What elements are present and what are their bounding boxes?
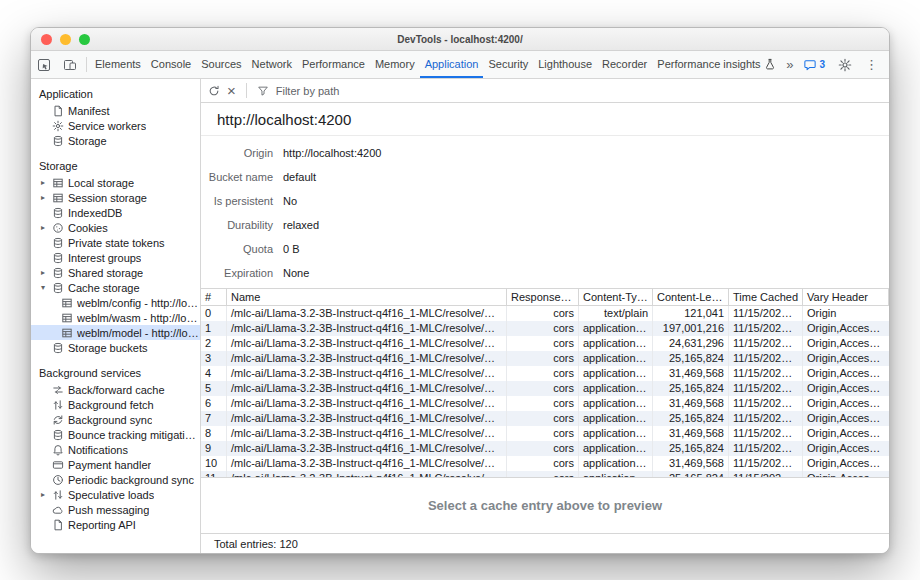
table-row[interactable]: 2/mlc-ai/Llama-3.2-3B-Instruct-q4f16_1-M… [201, 336, 889, 351]
sidebar-item-storage-buckets[interactable]: Storage buckets [31, 340, 200, 355]
sidebar-item-back-forward-cache[interactable]: Back/forward cache [31, 382, 200, 397]
sidebar-item-periodic-background-sync[interactable]: Periodic background sync [31, 472, 200, 487]
sidebar-item-session-storage[interactable]: ▸Session storage [31, 190, 200, 205]
sidebar-item-cache-storage[interactable]: ▾Cache storage [31, 280, 200, 295]
sidebar-item-label: weblm/wasm - http://loca… [77, 312, 200, 324]
cell-vary-header: Origin,Access… [803, 336, 889, 351]
sidebar-item-private-state-tokens[interactable]: Private state tokens [31, 235, 200, 250]
sidebar-item-weblm-model-http-loc[interactable]: weblm/model - http://loc… [31, 325, 200, 340]
cell-vary-header: Origin,Access… [803, 441, 889, 456]
cell-vary-header: Origin,Access… [803, 321, 889, 336]
column-header-response-type[interactable]: Response-Type [507, 289, 579, 305]
sidebar-item-storage[interactable]: Storage [31, 133, 200, 148]
column-header-index[interactable]: # [201, 289, 227, 305]
sidebar-item-local-storage[interactable]: ▸Local storage [31, 175, 200, 190]
metadata-value: relaxed [283, 219, 319, 231]
refresh-icon[interactable] [208, 85, 220, 97]
clear-icon[interactable]: × [227, 83, 236, 98]
sidebar-item-bounce-tracking-mitigations[interactable]: Bounce tracking mitigations [31, 427, 200, 442]
sidebar-item-notifications[interactable]: Notifications [31, 442, 200, 457]
cell-index: 3 [201, 351, 227, 366]
metadata-value: None [283, 267, 309, 279]
sidebar-item-label: Cookies [68, 222, 108, 234]
chevron-right-icon[interactable]: ▸ [38, 223, 48, 232]
table-row[interactable]: 7/mlc-ai/Llama-3.2-3B-Instruct-q4f16_1-M… [201, 411, 889, 426]
total-entries-text: Total entries: 120 [214, 538, 298, 550]
table-row[interactable]: 9/mlc-ai/Llama-3.2-3B-Instruct-q4f16_1-M… [201, 441, 889, 456]
tab-sources[interactable]: Sources [196, 51, 246, 78]
sidebar-item-label: Push messaging [68, 504, 149, 516]
filter-by-path-input[interactable] [276, 85, 426, 97]
chevron-right-icon[interactable]: ▸ [38, 490, 48, 499]
sidebar-item-weblm-wasm-http-loca[interactable]: weblm/wasm - http://loca… [31, 310, 200, 325]
tab-security[interactable]: Security [483, 51, 533, 78]
tab-strip: ElementsConsoleSourcesNetworkPerformance… [90, 51, 782, 78]
cell-index: 10 [201, 456, 227, 471]
sidebar-item-payment-handler[interactable]: Payment handler [31, 457, 200, 472]
metadata-label: Quota [201, 243, 273, 255]
settings-button[interactable] [832, 58, 858, 72]
cache-toolbar: × [201, 79, 889, 103]
sidebar-item-interest-groups[interactable]: Interest groups [31, 250, 200, 265]
gear-icon [52, 120, 64, 132]
column-header-name[interactable]: Name [227, 289, 507, 305]
sidebar-item-label: Bounce tracking mitigations [68, 429, 200, 441]
sidebar-item-background-fetch[interactable]: Background fetch [31, 397, 200, 412]
sidebar-item-service-workers[interactable]: Service workers [31, 118, 200, 133]
chevron-right-icon[interactable]: ▸ [38, 193, 48, 202]
toolbar-right-group: » 3 ⋮ [782, 51, 889, 78]
sidebar-item-cookies[interactable]: ▸Cookies [31, 220, 200, 235]
tab-lighthouse[interactable]: Lighthouse [533, 51, 597, 78]
tab-console[interactable]: Console [146, 51, 196, 78]
cell-content-length: 31,469,568 [653, 396, 729, 411]
chevron-right-icon[interactable]: ▸ [38, 268, 48, 277]
table-row[interactable]: 5/mlc-ai/Llama-3.2-3B-Instruct-q4f16_1-M… [201, 381, 889, 396]
tab-network[interactable]: Network [247, 51, 297, 78]
tab-performance[interactable]: Performance [297, 51, 370, 78]
device-toolbar-button[interactable] [57, 51, 83, 78]
cell-name: /mlc-ai/Llama-3.2-3B-Instruct-q4f16_1-ML… [227, 336, 507, 351]
sidebar-item-label: Private state tokens [68, 237, 165, 249]
column-header-content-length[interactable]: Content-Length [653, 289, 729, 305]
tab-label: Network [252, 58, 292, 70]
inspect-element-button[interactable] [31, 51, 57, 78]
column-header-time-cached[interactable]: Time Cached [729, 289, 803, 305]
table-row[interactable]: 3/mlc-ai/Llama-3.2-3B-Instruct-q4f16_1-M… [201, 351, 889, 366]
table-row[interactable]: 4/mlc-ai/Llama-3.2-3B-Instruct-q4f16_1-M… [201, 366, 889, 381]
metadata-row-quota: Quota0 B [201, 237, 889, 261]
kebab-menu-button[interactable]: ⋮ [860, 57, 883, 72]
tab-elements[interactable]: Elements [90, 51, 146, 78]
cell-name: /mlc-ai/Llama-3.2-3B-Instruct-q4f16_1-ML… [227, 426, 507, 441]
sidebar-item-indexeddb[interactable]: IndexedDB [31, 205, 200, 220]
more-tabs-button[interactable]: » [782, 57, 797, 72]
chevron-down-icon[interactable]: ▾ [38, 283, 48, 292]
table-row[interactable]: 6/mlc-ai/Llama-3.2-3B-Instruct-q4f16_1-M… [201, 396, 889, 411]
table-row[interactable]: 0/mlc-ai/Llama-3.2-3B-Instruct-q4f16_1-M… [201, 306, 889, 321]
sidebar-item-reporting-api[interactable]: Reporting API [31, 517, 200, 532]
devtools-window: DevTools - localhost:4200/ ElementsConso… [30, 27, 890, 554]
table-row[interactable]: 8/mlc-ai/Llama-3.2-3B-Instruct-q4f16_1-M… [201, 426, 889, 441]
column-header-content-type[interactable]: Content-Type [579, 289, 653, 305]
cell-index: 5 [201, 381, 227, 396]
sidebar-item-label: Storage buckets [68, 342, 148, 354]
tab-recorder[interactable]: Recorder [597, 51, 652, 78]
tab-memory[interactable]: Memory [370, 51, 420, 78]
table-row[interactable]: 1/mlc-ai/Llama-3.2-3B-Instruct-q4f16_1-M… [201, 321, 889, 336]
table-body: 0/mlc-ai/Llama-3.2-3B-Instruct-q4f16_1-M… [201, 306, 889, 477]
metadata-value: No [283, 195, 297, 207]
table-row[interactable]: 10/mlc-ai/Llama-3.2-3B-Instruct-q4f16_1-… [201, 456, 889, 471]
cell-name: /mlc-ai/Llama-3.2-3B-Instruct-q4f16_1-ML… [227, 321, 507, 336]
sidebar-item-background-sync[interactable]: Background sync [31, 412, 200, 427]
sidebar-item-weblm-config-http-loc[interactable]: weblm/config - http://loc… [31, 295, 200, 310]
sidebar-item-shared-storage[interactable]: ▸Shared storage [31, 265, 200, 280]
tab-application[interactable]: Application [420, 51, 484, 78]
up-down-arrows-icon [52, 399, 64, 411]
tab-performance-insights[interactable]: Performance insights [652, 51, 780, 78]
sidebar-item-manifest[interactable]: Manifest [31, 103, 200, 118]
chevron-right-icon[interactable]: ▸ [38, 178, 48, 187]
console-messages-button[interactable]: 3 [799, 59, 830, 71]
column-header-vary-header[interactable]: Vary Header [803, 289, 889, 305]
cache-origin-title: http://localhost:4200 [217, 111, 873, 128]
sidebar-item-speculative-loads[interactable]: ▸Speculative loads [31, 487, 200, 502]
sidebar-item-push-messaging[interactable]: Push messaging [31, 502, 200, 517]
